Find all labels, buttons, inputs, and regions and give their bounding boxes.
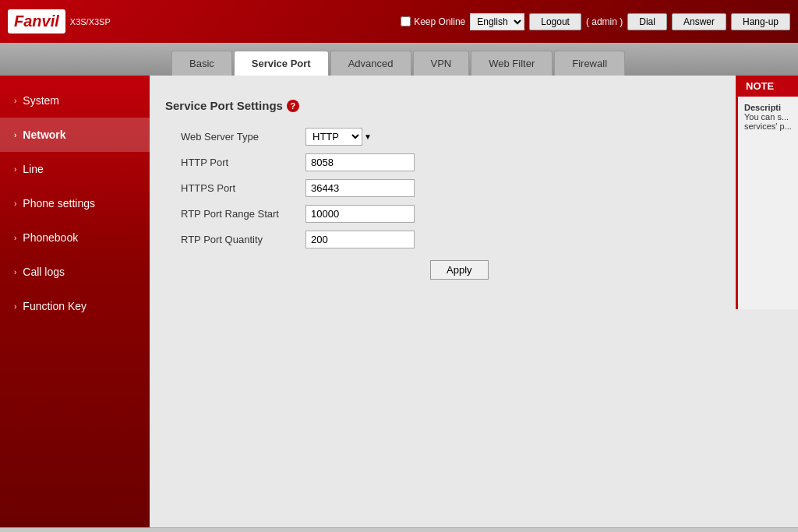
keep-online-checkbox[interactable]	[401, 16, 411, 26]
sidebar-item-network[interactable]: › Network	[0, 118, 150, 152]
label-rtp-range-start: RTP Port Range Start	[181, 208, 305, 220]
chevron-right-icon: ›	[14, 97, 16, 105]
chevron-right-icon-calllogs: ›	[14, 268, 16, 277]
chevron-right-icon-phone: ›	[14, 199, 16, 208]
main-layout: › System › Network › Line › Phone settin…	[0, 76, 798, 527]
chevron-right-icon-phonebook: ›	[14, 234, 16, 242]
input-http-port[interactable]	[305, 153, 415, 171]
dial-button[interactable]: Dial	[627, 13, 667, 30]
sidebar-item-phone-settings[interactable]: › Phone settings	[0, 186, 150, 220]
tab-service-port[interactable]: Service Port	[234, 51, 329, 76]
answer-button[interactable]: Answer	[672, 13, 726, 30]
dropdown-arrow-icon: ▼	[364, 132, 372, 141]
tab-vpn[interactable]: VPN	[413, 51, 470, 76]
note-panel: NOTE Descripti You can s... services' p.…	[736, 76, 798, 309]
tab-advanced[interactable]: Advanced	[330, 51, 411, 76]
form-row-http-port: HTTP Port	[181, 153, 782, 171]
language-select[interactable]: English	[470, 13, 524, 30]
header-controls: Keep Online English Logout ( admin ) Dia…	[401, 13, 790, 30]
sidebar-item-line[interactable]: › Line	[0, 152, 150, 186]
sidebar-item-call-logs[interactable]: › Call logs	[0, 255, 150, 289]
logo: Fanvil X3S/X3SP	[8, 9, 111, 33]
content-area: NOTE Descripti You can s... services' p.…	[150, 76, 798, 527]
logout-button[interactable]: Logout	[529, 13, 581, 30]
note-description-title: Descripti	[744, 103, 781, 112]
label-web-server-type: Web Server Type	[181, 131, 305, 143]
form-title: Service Port Settings ?	[165, 99, 782, 112]
apply-button[interactable]: Apply	[430, 260, 489, 280]
chevron-right-icon-funckey: ›	[14, 302, 16, 311]
form-row-https-port: HTTPS Port	[181, 179, 782, 197]
label-rtp-quantity: RTP Port Quantity	[181, 234, 305, 245]
tab-basic[interactable]: Basic	[171, 51, 232, 76]
chevron-right-icon-network: ›	[14, 131, 16, 139]
label-http-port: HTTP Port	[181, 157, 305, 168]
chevron-right-icon-line: ›	[14, 165, 16, 174]
form-table: Web Server Type HTTP HTTPS ▼ HTTP Port H…	[181, 128, 782, 280]
apply-row: Apply	[305, 256, 782, 280]
tab-firewall[interactable]: Firewall	[554, 51, 625, 76]
logo-box: Fanvil	[8, 9, 65, 33]
header: Fanvil X3S/X3SP Keep Online English Logo…	[0, 0, 798, 43]
scroll-bar[interactable]	[0, 527, 798, 532]
logo-sub-text: X3S/X3SP	[70, 17, 111, 26]
logo-brand: Fanvil	[14, 12, 59, 30]
form-row-web-server-type: Web Server Type HTTP HTTPS ▼	[181, 128, 782, 146]
label-https-port: HTTPS Port	[181, 182, 305, 194]
input-https-port[interactable]	[305, 179, 415, 197]
nav-tabs: Basic Service Port Advanced VPN Web Filt…	[0, 43, 798, 76]
sidebar: › System › Network › Line › Phone settin…	[0, 76, 150, 527]
note-description-text: You can s... services' p...	[744, 112, 792, 131]
form-row-rtp-quantity: RTP Port Quantity	[181, 231, 782, 248]
input-rtp-quantity[interactable]	[305, 231, 415, 248]
sidebar-item-system[interactable]: › System	[0, 83, 150, 118]
select-web-server-type[interactable]: HTTP HTTPS	[305, 128, 362, 146]
form-section: Service Port Settings ? Web Server Type …	[165, 91, 782, 287]
sidebar-item-phonebook[interactable]: › Phonebook	[0, 220, 150, 255]
tab-web-filter[interactable]: Web Filter	[471, 51, 553, 76]
sidebar-item-function-key[interactable]: › Function Key	[0, 289, 150, 323]
admin-label: ( admin )	[586, 16, 623, 27]
note-body: Descripti You can s... services' p...	[738, 97, 798, 137]
form-row-rtp-range-start: RTP Port Range Start	[181, 205, 782, 223]
hangup-button[interactable]: Hang-up	[731, 13, 790, 30]
note-header: NOTE	[738, 76, 798, 97]
help-icon[interactable]: ?	[287, 100, 299, 112]
keep-online-label[interactable]: Keep Online	[401, 16, 465, 27]
input-rtp-range-start[interactable]	[305, 205, 415, 223]
